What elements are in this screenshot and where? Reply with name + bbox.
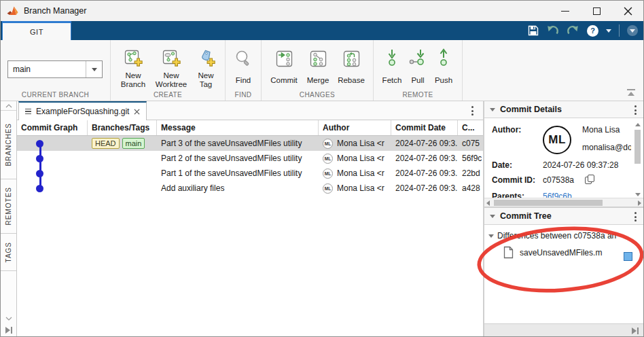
redo-icon[interactable] — [567, 25, 579, 36]
column-header-message[interactable]: Message — [157, 120, 319, 135]
document-tab-bar: ExampleForSquashing.git — [17, 101, 483, 120]
left-panel-tabs: BRANCHES REMOTES TAGS — [1, 101, 17, 337]
cell-commit-date: 2024-07-26 09:3... — [391, 136, 458, 151]
column-header-commit-id[interactable]: C... — [458, 120, 483, 135]
new-worktree-icon — [162, 50, 181, 68]
window-title: Branch Manager — [24, 6, 86, 16]
close-button[interactable] — [612, 1, 643, 21]
help-dropdown-icon[interactable] — [606, 29, 611, 33]
table-header: Commit Graph Branches/Tags Message Autho… — [17, 120, 483, 136]
table-row[interactable]: Part 2 of the saveUnsavedMFiles utility … — [17, 151, 483, 166]
cell-message: Part 1 of the saveUnsavedMFiles utility — [157, 166, 319, 181]
search-icon — [234, 50, 252, 67]
tree-node-differences[interactable]: Differences between c07538a an — [484, 225, 643, 241]
scrollbar-thumb[interactable] — [634, 130, 641, 164]
new-tag-icon — [197, 50, 215, 68]
undo-icon[interactable] — [546, 25, 559, 36]
commit-node-icon[interactable] — [36, 155, 43, 162]
section-label-create: CREATE — [111, 91, 225, 99]
sidebar-tab-branches[interactable]: BRANCHES — [1, 111, 16, 179]
panel-options-icon[interactable] — [634, 212, 637, 221]
tree-node-label: Differences between c07538a an — [497, 231, 616, 241]
author-name: Mona Lisa — [582, 125, 620, 135]
commit-button[interactable]: Commit — [267, 44, 301, 90]
horizontal-scrollbar[interactable] — [484, 198, 643, 207]
pull-button[interactable]: Pull — [406, 44, 429, 90]
ribbon-tab-strip: GIT ? — [1, 21, 643, 40]
scroll-up-icon[interactable] — [635, 123, 641, 126]
avatar: ML — [323, 139, 333, 149]
merge-button[interactable]: Merge — [302, 44, 334, 90]
pull-icon — [408, 48, 427, 69]
new-tag-button[interactable]: New Tag — [192, 44, 219, 90]
collapse-toolstrip-icon[interactable] — [626, 88, 637, 96]
scroll-down-icon[interactable] — [635, 193, 641, 196]
save-icon[interactable] — [528, 25, 539, 36]
commit-node-icon[interactable] — [36, 170, 43, 177]
tree-file-item[interactable]: saveUnsavedMFiles.m — [484, 241, 643, 259]
commit-node-icon[interactable] — [36, 140, 43, 147]
vertical-scrollbar[interactable] — [633, 122, 642, 198]
branch-manager-window: Branch Manager GIT — [0, 0, 644, 337]
sidebar-tab-tags[interactable]: TAGS — [1, 234, 16, 271]
column-header-commit-date[interactable]: Commit Date — [391, 120, 458, 135]
tab-git[interactable]: GIT — [2, 21, 71, 40]
toolbar-menu-icon[interactable] — [627, 25, 638, 36]
cell-author: Mona Lisa <r — [337, 139, 384, 148]
badge-main: main — [122, 138, 145, 149]
collapse-panel-icon[interactable] — [490, 108, 495, 111]
commit-details-body: Author: ML Mona Lisa monalisa@dom Date: … — [484, 118, 643, 207]
commit-graph-stem — [39, 143, 41, 189]
section-label-changes: CHANGES — [262, 91, 373, 99]
diff-status-square[interactable] — [624, 252, 632, 261]
cell-author: Mona Lisa <r — [337, 168, 384, 178]
column-header-commit-graph[interactable]: Commit Graph — [17, 120, 88, 135]
commit-node-icon[interactable] — [36, 185, 43, 192]
scroll-right-icon[interactable] — [638, 200, 641, 206]
section-label-current-branch: CURRENT BRANCH — [1, 91, 110, 99]
table-row[interactable]: Add auxiliary files MLMona Lisa <r 2024-… — [17, 181, 483, 196]
help-icon[interactable]: ? — [587, 25, 598, 37]
dock-panel-icon[interactable] — [631, 327, 639, 335]
tree-expand-icon[interactable] — [488, 234, 494, 238]
chevron-down-icon[interactable] — [5, 317, 12, 321]
document-tab-title: ExampleForSquashing.git — [36, 107, 129, 116]
maximize-button[interactable] — [581, 1, 612, 21]
new-worktree-button[interactable]: New Worktree — [151, 44, 191, 90]
panel-options-icon[interactable] — [634, 105, 637, 115]
cell-commit-id: 22bd — [458, 166, 483, 181]
merge-icon — [309, 50, 327, 68]
table-row[interactable]: HEAD main Part 3 of the saveUnsavedMFile… — [17, 136, 483, 151]
fetch-button[interactable]: Fetch — [379, 44, 405, 90]
commit-tree-header[interactable]: Commit Tree — [484, 208, 643, 225]
document-tab[interactable]: ExampleForSquashing.git — [18, 101, 147, 120]
scroll-left-icon[interactable] — [486, 200, 490, 206]
rebase-button[interactable]: Rebase — [335, 44, 368, 90]
find-button[interactable]: Find — [231, 44, 255, 90]
cell-commit-id: c075 — [458, 136, 483, 151]
date-value: 2024-07-26 09:37:28 — [543, 160, 618, 170]
table-row[interactable]: Part 1 of the saveUnsavedMFiles utility … — [17, 166, 483, 181]
column-header-author[interactable]: Author — [319, 120, 391, 135]
dock-panel-icon[interactable] — [5, 326, 13, 334]
minimize-button[interactable] — [550, 1, 581, 21]
panel-title: Commit Tree — [500, 211, 552, 221]
combobox-dropdown-button[interactable] — [86, 61, 102, 77]
commit-details-header[interactable]: Commit Details — [484, 101, 643, 118]
copy-icon[interactable] — [585, 175, 594, 185]
cell-message: Add auxiliary files — [157, 181, 319, 196]
sidebar-collapse-button[interactable] — [1, 101, 16, 111]
chevron-up-icon — [5, 104, 12, 108]
scrollbar-thumb[interactable] — [494, 200, 603, 206]
column-header-branches-tags[interactable]: Branches/Tags — [88, 120, 157, 135]
close-tab-icon[interactable] — [134, 109, 140, 115]
current-branch-combobox[interactable]: main — [7, 60, 103, 78]
commit-tree-panel: Commit Tree Differences between c07538a … — [484, 208, 643, 319]
cell-commit-date: 2024-07-26 09:3... — [391, 151, 458, 166]
document-options-icon[interactable] — [471, 106, 473, 116]
new-branch-button[interactable]: New Branch — [116, 44, 150, 90]
sidebar-tab-remotes[interactable]: REMOTES — [1, 179, 16, 234]
push-button[interactable]: Push — [431, 44, 457, 90]
document-menu-icon[interactable] — [25, 109, 31, 114]
collapse-panel-icon[interactable] — [490, 215, 495, 218]
